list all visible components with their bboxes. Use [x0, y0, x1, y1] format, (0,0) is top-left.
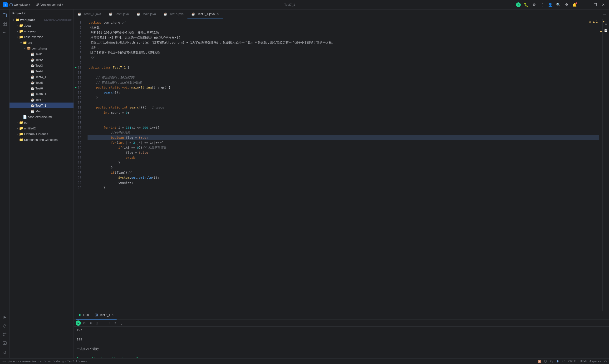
filter-icon[interactable]: ≡	[113, 321, 118, 326]
breadcrumb-item-5[interactable]: Test7_1	[67, 360, 77, 363]
status-icon-search[interactable]	[550, 360, 553, 363]
tree-item-workplace[interactable]: ▾📁workplace D:\App\IDEA\workplace	[10, 17, 74, 23]
split-icon[interactable]: ⋮	[119, 321, 124, 326]
breadcrumb-item-4[interactable]: zhang	[56, 360, 64, 363]
tree-item-External Libraries[interactable]: ▸📁External Libraries	[10, 131, 74, 137]
tree-item-Test4_1[interactable]: ☕Test4_1	[10, 74, 74, 80]
status-indent[interactable]: 4 spaces	[589, 360, 601, 363]
tree-item-Test6[interactable]: ☕Test6	[10, 85, 74, 91]
scroll-end-icon[interactable]: ↓	[100, 321, 106, 326]
tree-item-Test1[interactable]: ☕Test1	[10, 51, 74, 57]
tree-label: Test5	[36, 81, 72, 84]
maximize-button[interactable]: ❐	[592, 2, 598, 8]
tab-more-button[interactable]: ⋯	[600, 12, 609, 16]
tree-item-untitled2[interactable]: ▸📁untitled2	[10, 125, 74, 131]
code-line-22: for(int i = 101;i <= 200;i++){	[88, 125, 599, 130]
sidebar-icon-notifications[interactable]	[1, 349, 9, 356]
run-panel-button[interactable]: ▶	[76, 321, 81, 326]
bottom-output: 197199一共有21个素数Process finished with exit…	[74, 327, 609, 358]
scroll-start-icon[interactable]: ↑	[107, 321, 112, 326]
bottom-tab-test[interactable]: J Test7_1 ✕	[92, 311, 117, 320]
tree-item-Test3[interactable]: ☕Test3	[10, 63, 74, 68]
breadcrumb-sep-4: >	[65, 360, 66, 363]
tree-item-Test6_1[interactable]: ☕Test6_1	[10, 91, 74, 97]
status-line-col[interactable]: i 3	[562, 360, 566, 363]
bottom-tab-run[interactable]: Run	[76, 311, 92, 320]
tree-item-Test4[interactable]: ☕Test4	[10, 68, 74, 74]
gear-icon[interactable]: ⚙	[564, 2, 569, 8]
status-bar: workplace>case-exercise>src>com>zhang>Te…	[0, 358, 609, 364]
tab-Main[interactable]: ☕Main.java	[133, 10, 160, 19]
tab-Test6[interactable]: ☕Test6.java	[105, 10, 133, 19]
tab-close-icon[interactable]: ✕	[216, 12, 220, 16]
right-tools: ⊞ 💾	[602, 19, 609, 311]
status-icon-plugin[interactable]	[544, 360, 547, 363]
tree-item-idea[interactable]: ▸📁.idea	[10, 23, 74, 28]
breadcrumb-sep-5: >	[78, 360, 80, 363]
tab-Test7_1[interactable]: ☕Test7_1.java✕	[187, 10, 223, 19]
tree-item-array-app[interactable]: ▸📁array-app	[10, 28, 74, 34]
run-button[interactable]: ▶	[516, 2, 521, 7]
restore-icon[interactable]: ⊡	[94, 321, 99, 326]
sidebar-icon-run[interactable]	[1, 313, 9, 321]
editor-scrollbar[interactable]	[599, 19, 602, 311]
settings-icon[interactable]: ⚙	[531, 2, 537, 8]
workspace-label[interactable]: workplace ▾	[10, 3, 30, 6]
java-icon: ☕	[30, 81, 35, 84]
tree-item-Test2[interactable]: ☕Test2	[10, 57, 74, 63]
status-notifications[interactable]	[604, 360, 607, 363]
line-number-28: 28	[74, 155, 83, 160]
tree-item-Test7[interactable]: ☕Test7	[10, 97, 74, 103]
bottom-tab-close-icon[interactable]: ✕	[112, 313, 114, 316]
version-control-label[interactable]: Version control ▾	[36, 3, 64, 6]
tree-item-src[interactable]: ▾📁src	[10, 40, 74, 45]
status-icon-bluetooth[interactable]	[556, 360, 559, 363]
svg-point-16	[4, 325, 6, 327]
tab-Test7[interactable]: ☕Test7.java	[160, 10, 187, 19]
tab-Test6_1[interactable]: ☕Test6_1.java	[74, 10, 105, 19]
tree-item-Scratches and Consoles[interactable]: ▸📁Scratches and Consoles	[10, 137, 74, 143]
status-icon-java[interactable]: J	[538, 360, 541, 363]
minimize-button[interactable]: —	[584, 2, 590, 8]
sidebar-icon-structure[interactable]	[1, 20, 9, 28]
run-gutter-icon[interactable]: ▶	[75, 65, 77, 70]
sidebar-icon-terminal[interactable]	[1, 339, 9, 347]
sidebar-icon-git[interactable]	[1, 331, 9, 338]
status-charset[interactable]: UTF-8	[579, 360, 587, 363]
tab-label: Test6.java	[115, 12, 129, 16]
breadcrumb-item-3[interactable]: com	[47, 360, 52, 363]
java-tab-icon: ☕	[78, 12, 81, 16]
notification-icon[interactable]: 🔔	[572, 2, 577, 8]
code-line-34: }	[88, 185, 599, 190]
debug-icon[interactable]: 🐛	[523, 2, 529, 8]
breadcrumb-item-0[interactable]: workplace	[2, 360, 15, 363]
stop-icon[interactable]: ■	[88, 321, 93, 326]
code-area[interactable]: package com.zhang;/* 找素数 判断101-200之间有多少个…	[86, 19, 599, 311]
tree-item-out[interactable]: ▸📁out	[10, 120, 74, 125]
sidebar-icon-more[interactable]: ···	[1, 28, 9, 36]
tree-item-Test5[interactable]: ☕Test5	[10, 80, 74, 85]
sidebar-icon-debug[interactable]	[1, 322, 9, 330]
line-number-19: 19	[74, 110, 83, 115]
breadcrumb-item-6[interactable]: search	[81, 360, 90, 363]
sidebar-icon-project[interactable]	[1, 12, 9, 19]
tree-item-com.zhang[interactable]: ▾📦com.zhang	[10, 45, 74, 51]
status-encoding[interactable]: CRLF	[568, 360, 576, 363]
tree-item-Main[interactable]: ☕Main	[10, 108, 74, 114]
breadcrumb-item-1[interactable]: case-exercise	[18, 360, 36, 363]
breadcrumb-item-2[interactable]: src	[39, 360, 43, 363]
line-number-16: 16	[74, 95, 83, 100]
account-icon[interactable]: 👤	[547, 2, 553, 8]
line-number-11: 11	[74, 70, 83, 75]
rerun-icon[interactable]: ↺	[82, 321, 87, 326]
tree-item-Test7_1[interactable]: ☕Test7_1	[10, 103, 74, 108]
run-gutter-icon[interactable]: ▶	[75, 85, 77, 90]
close-button[interactable]: ✕	[600, 2, 606, 8]
more-actions-icon[interactable]: ⋮	[539, 2, 545, 8]
database-icon[interactable]: 💾	[603, 28, 609, 33]
code-line-30: }	[88, 165, 599, 170]
search-icon[interactable]: 🔍	[556, 2, 561, 8]
tree-item-case-exercise[interactable]: ▾📁case-exercise	[10, 34, 74, 40]
line-number-20: 20	[74, 115, 83, 120]
tree-item-case-exercise.iml[interactable]: 📄case-exercise.iml	[10, 114, 74, 120]
